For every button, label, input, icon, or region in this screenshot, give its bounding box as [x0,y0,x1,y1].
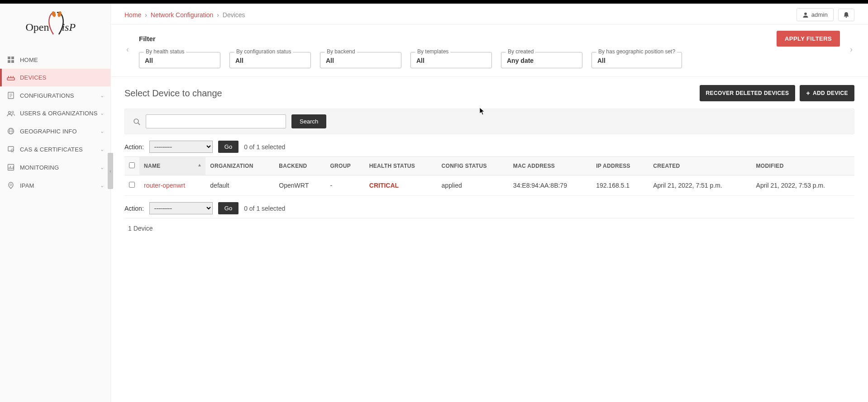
select-all-checkbox[interactable] [129,162,135,168]
breadcrumb-current: Devices [223,11,245,19]
svg-line-34 [138,123,140,125]
filter-value: All [145,57,153,64]
filter-legend: By health status [144,48,186,55]
sidebar-item-configurations[interactable]: CONFIGURATIONS ⌄ [0,86,110,104]
sidebar-item-devices[interactable]: DEVICES [0,69,110,86]
plus-icon: + [806,90,810,97]
device-table: NAME ▲ ORGANIZATION BACKEND GROUP HEALTH… [124,156,854,196]
filter-value: All [597,57,606,64]
col-config[interactable]: CONFIG STATUS [437,157,509,175]
app-root: Open isP HOME DEVICES CONFIGURATIONS ⌄ [0,4,868,402]
filter-title: Filter [139,35,156,43]
sidebar-item-home[interactable]: HOME [0,51,110,69]
go-button[interactable]: Go [218,141,238,153]
notifications-button[interactable] [838,9,854,21]
col-mac[interactable]: MAC ADDRESS [509,157,591,175]
dashboard-icon [6,56,15,63]
users-icon [6,110,15,117]
sidebar-item-label: GEOGRAPHIC INFO [20,128,77,135]
chevron-down-icon: ⌄ [100,147,104,152]
breadcrumb-home[interactable]: Home [124,11,141,19]
sidebar-item-label: DEVICES [20,74,46,81]
svg-point-31 [804,12,807,15]
svg-rect-21 [8,147,14,151]
device-name-link[interactable]: router-openwrt [144,182,185,189]
sidebar-item-label: IPAM [20,182,34,189]
filter-config-status[interactable]: By configuration status All [229,52,311,68]
col-modified[interactable]: MODIFIED [752,157,854,175]
svg-rect-7 [11,60,14,63]
filter-value: Any date [507,57,534,64]
window-top-border [0,0,868,4]
filter-value: All [326,57,334,64]
sidebar-item-label: HOME [20,57,38,63]
user-menu-button[interactable]: admin [796,8,834,21]
apply-filters-button[interactable]: APPLY FILTERS [777,31,840,47]
svg-text:Open: Open [25,21,49,33]
device-table-wrap: NAME ▲ ORGANIZATION BACKEND GROUP HEALTH… [124,156,854,196]
sidebar-item-monitoring[interactable]: MONITORING ⌄ [0,158,110,176]
filter-health-status[interactable]: By health status All [139,52,220,68]
svg-text:isP: isP [62,21,76,33]
action-select[interactable]: --------- [149,202,213,214]
row-checkbox[interactable] [129,182,135,188]
filter-row: By health status All By configuration st… [139,52,840,68]
filter-legend: By has geographic position set? [596,48,677,55]
cell-modified: April 21, 2022, 7:53 p.m. [752,175,854,196]
svg-rect-5 [11,57,14,59]
chevron-down-icon: ⌄ [100,93,104,99]
svg-point-30 [10,184,12,186]
go-button[interactable]: Go [218,202,238,214]
col-backend[interactable]: BACKEND [274,157,325,175]
main-content: Home › Network Configuration › Devices a… [111,4,868,402]
filter-scroll-left[interactable]: ‹ [124,45,131,54]
col-group[interactable]: GROUP [325,157,364,175]
sidebar-item-label: CAS & CERTIFICATES [20,146,83,153]
filter-value: All [416,57,424,64]
cell-group: - [325,175,364,196]
filter-legend: By configuration status [234,48,293,55]
col-health[interactable]: HEALTH STATUS [365,157,437,175]
chevron-down-icon: ⌄ [100,183,104,189]
action-select[interactable]: --------- [149,141,213,153]
add-device-button[interactable]: + ADD DEVICE [800,85,854,101]
filter-value: All [235,57,243,64]
sidebar-collapse-handle[interactable]: ‹ [108,153,113,189]
sidebar-item-ipam[interactable]: IPAM ⌄ [0,176,110,194]
table-row: router-openwrt default OpenWRT - CRITICA… [124,175,854,196]
svg-rect-8 [7,78,14,80]
col-created[interactable]: CREATED [649,157,751,175]
sidebar-item-certs[interactable]: CAS & CERTIFICATES ⌄ [0,140,110,158]
col-organization[interactable]: ORGANIZATION [205,157,274,175]
breadcrumb: Home › Network Configuration › Devices [124,11,245,19]
search-input[interactable] [146,114,286,128]
filter-legend: By templates [415,48,450,55]
sidebar-item-users[interactable]: USERS & ORGANIZATIONS ⌄ [0,104,110,122]
recover-deleted-button[interactable]: RECOVER DELETED DEVICES [700,85,796,101]
breadcrumb-section[interactable]: Network Configuration [151,11,214,19]
sidebar-item-geographic[interactable]: GEOGRAPHIC INFO ⌄ [0,122,110,140]
sidebar-item-label: MONITORING [20,164,59,171]
sidebar-item-label: USERS & ORGANIZATIONS [20,110,98,117]
svg-point-33 [134,119,138,123]
user-area: admin [796,8,854,21]
action-label: Action: [124,143,144,151]
cell-backend: OpenWRT [274,175,325,196]
filter-legend: By backend [325,48,357,55]
filter-geo-position[interactable]: By has geographic position set? All [591,52,682,68]
filter-legend: By created [506,48,535,55]
search-button[interactable]: Search [291,114,326,128]
filter-templates[interactable]: By templates All [410,52,492,68]
cert-icon [6,146,15,153]
filter-backend[interactable]: By backend All [320,52,401,68]
col-ip[interactable]: IP ADDRESS [591,157,649,175]
filter-scroll-right[interactable]: › [848,45,854,54]
cell-health-status: CRITICAL [369,182,399,189]
filter-created[interactable]: By created Any date [501,52,582,68]
device-icon [6,75,15,81]
openwisp-logo: Open isP [19,9,91,42]
selection-count: 0 of 1 selected [244,143,285,151]
col-name[interactable]: NAME ▲ [139,157,205,175]
search-bar: Search [124,109,854,134]
svg-rect-6 [8,60,10,63]
